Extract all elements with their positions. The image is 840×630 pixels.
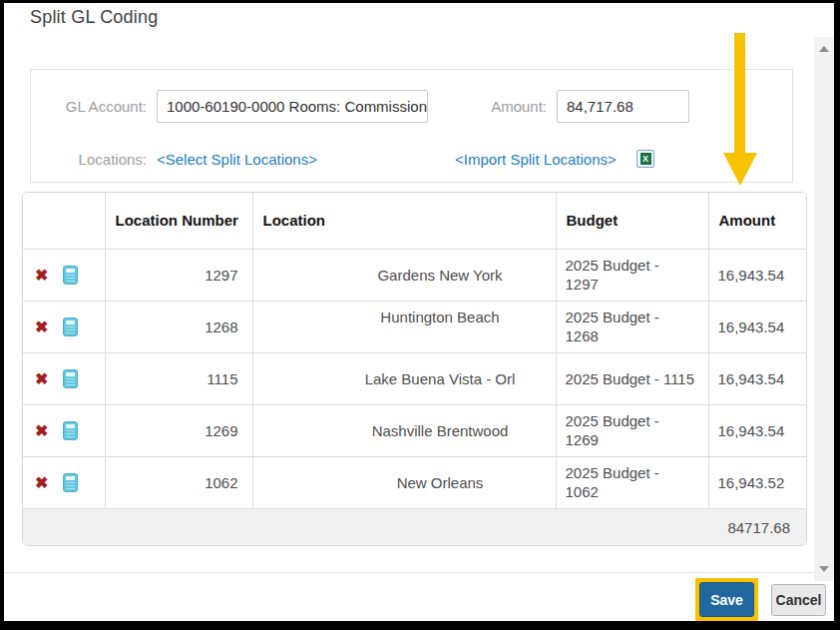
location-number-column-header: Location Number (105, 193, 252, 249)
gl-form-panel: GL Account: 1000-60190-0000 Rooms: Commi… (30, 69, 793, 183)
row-actions-cell: ✖ (23, 456, 105, 508)
split-locations-table: Location Number Location Budget Amount ✖… (22, 192, 807, 546)
delete-row-icon[interactable]: ✖ (35, 317, 48, 336)
delete-row-icon[interactable]: ✖ (35, 369, 48, 388)
footer-divider (4, 572, 834, 573)
scrollbar-up-icon[interactable] (819, 46, 829, 52)
budget-cell: 2025 Budget - 1269 (556, 404, 708, 456)
location-cell: Lake Buena Vista - Orl (252, 352, 556, 404)
annotation-arrow-shaft (734, 33, 745, 153)
delete-row-icon[interactable]: ✖ (35, 421, 48, 440)
table-row: ✖ 1062 New Orleans 2025 Budget - 1062 16… (23, 456, 806, 508)
annotation-arrow-down-icon (723, 153, 757, 186)
location-number-cell: 1115 (105, 352, 252, 404)
screenshot-frame: Split GL Coding GL Account: 1000-60190-0… (0, 0, 840, 630)
actions-column-header (23, 193, 105, 249)
location-column-header: Location (252, 193, 556, 249)
budget-cell: 2025 Budget - 1297 (556, 249, 708, 301)
amount-label: Amount: (485, 98, 547, 115)
amount-column-header: Amount (708, 193, 806, 249)
vertical-scrollbar[interactable] (814, 37, 834, 581)
save-button[interactable]: Save (699, 582, 754, 617)
cancel-button[interactable]: Cancel (771, 584, 826, 616)
delete-row-icon[interactable]: ✖ (35, 473, 48, 492)
calculator-icon[interactable] (63, 473, 78, 492)
page-title: Split GL Coding (30, 7, 158, 28)
budget-column-header: Budget (556, 193, 708, 249)
location-number-cell: 1297 (105, 249, 252, 301)
location-number-cell: 1268 (105, 301, 252, 352)
amount-cell: 16,943.54 (708, 249, 806, 301)
row-actions-cell: ✖ (23, 352, 105, 404)
location-number-cell: 1062 (105, 456, 252, 508)
budget-cell: 2025 Budget - 1268 (556, 301, 708, 352)
excel-icon[interactable]: X (636, 150, 654, 168)
gl-account-input[interactable]: 1000-60190-0000 Rooms: Commission (157, 90, 428, 123)
location-number-cell: 1269 (105, 404, 252, 456)
location-cell: Gardens New York (252, 249, 556, 301)
total-amount: 84717.68 (23, 508, 806, 546)
import-split-locations-link[interactable]: <Import Split Locations> (455, 151, 617, 168)
budget-cell: 2025 Budget - 1062 (556, 456, 708, 508)
select-split-locations-link[interactable]: <Select Split Locations> (157, 151, 317, 168)
table-row: ✖ 1268 Huntington Beach 2025 Budget - 12… (23, 301, 806, 352)
row-actions-cell: ✖ (23, 404, 105, 456)
split-gl-coding-dialog: Split GL Coding GL Account: 1000-60190-0… (4, 3, 834, 621)
save-button-highlight: Save (695, 578, 758, 621)
amount-input[interactable]: 84,717.68 (557, 90, 689, 123)
table-header-row: Location Number Location Budget Amount (23, 193, 806, 249)
table-footer-row: 84717.68 (23, 508, 806, 546)
delete-row-icon[interactable]: ✖ (35, 266, 48, 285)
amount-cell: 16,943.54 (708, 404, 806, 456)
table-body: ✖ 1297 Gardens New York 2025 Budget - 12… (23, 249, 806, 508)
calculator-icon[interactable] (63, 317, 78, 336)
table-row: ✖ 1115 Lake Buena Vista - Orl 2025 Budge… (23, 352, 806, 404)
gl-account-label: GL Account: (63, 98, 147, 115)
row-actions-cell: ✖ (23, 301, 105, 352)
row-actions-cell: ✖ (23, 249, 105, 301)
location-cell: Huntington Beach (252, 301, 556, 352)
table-row: ✖ 1297 Gardens New York 2025 Budget - 12… (23, 249, 806, 301)
budget-cell: 2025 Budget - 1115 (556, 352, 708, 404)
location-cell: New Orleans (252, 456, 556, 508)
amount-cell: 16,943.54 (708, 301, 806, 352)
calculator-icon[interactable] (63, 369, 78, 388)
amount-cell: 16,943.54 (708, 352, 806, 404)
location-cell: Nashville Brentwood (252, 404, 556, 456)
scrollbar-down-icon[interactable] (819, 566, 829, 572)
amount-cell: 16,943.52 (708, 456, 806, 508)
table-row: ✖ 1269 Nashville Brentwood 2025 Budget -… (23, 404, 806, 456)
locations-label: Locations: (63, 151, 147, 168)
calculator-icon[interactable] (63, 421, 78, 440)
calculator-icon[interactable] (63, 266, 78, 285)
